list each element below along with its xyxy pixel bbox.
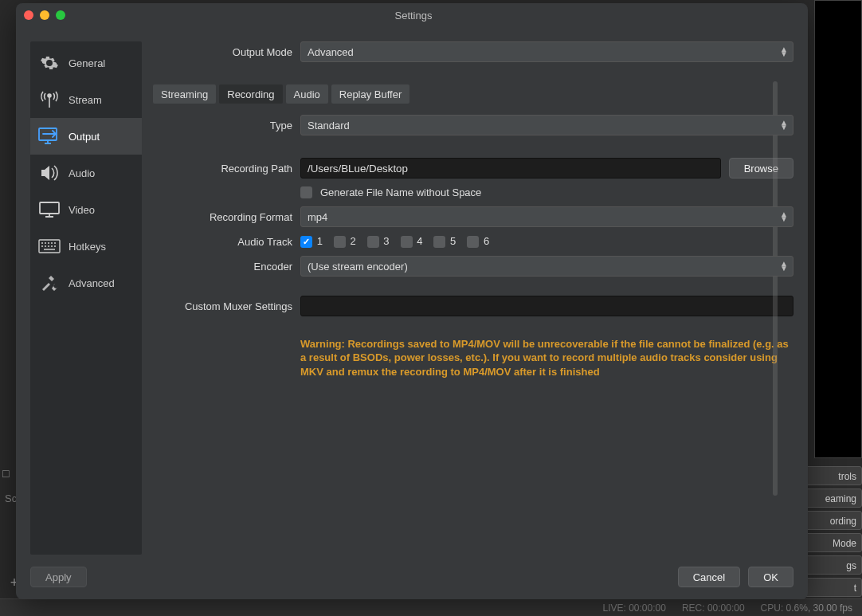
tab-streaming[interactable]: Streaming <box>153 84 216 104</box>
sidebar-item-audio[interactable]: Audio <box>30 155 142 191</box>
scrollbar[interactable] <box>773 81 778 496</box>
encoder-value: (Use stream encoder) <box>308 261 408 273</box>
warning-mp4: Warning: Recordings saved to MP4/MOV wil… <box>300 337 793 379</box>
muxer-input[interactable] <box>300 296 793 316</box>
recording-format-select[interactable]: mp4 ▲▼ <box>300 206 793 227</box>
recording-format-label: Recording Format <box>153 211 292 223</box>
type-select[interactable]: Standard ▲▼ <box>300 115 793 135</box>
tools-icon <box>38 273 61 292</box>
encoder-select[interactable]: (Use stream encoder) ▲▼ <box>300 256 793 277</box>
muxer-label: Custom Muxer Settings <box>153 300 292 312</box>
track-1-label: 1 <box>317 235 323 247</box>
audio-track-label: Audio Track <box>153 236 292 248</box>
apply-button[interactable]: Apply <box>30 567 87 587</box>
sidebar-item-label: Stream <box>69 94 102 106</box>
antenna-icon <box>38 90 61 109</box>
sidebar-item-advanced[interactable]: Advanced <box>30 265 142 301</box>
sidebar-item-label: Output <box>69 131 100 143</box>
speaker-icon <box>38 163 61 182</box>
generate-filename-checkbox[interactable] <box>300 186 312 198</box>
sidebar-item-stream[interactable]: Stream <box>30 81 142 118</box>
chevron-updown-icon: ▲▼ <box>780 120 788 130</box>
status-rec: REC: 00:00:00 <box>682 602 745 614</box>
titlebar: Settings <box>16 3 808 27</box>
type-value: Standard <box>308 120 350 131</box>
content-panel: Output Mode Advanced ▲▼ Streaming Record… <box>153 41 793 555</box>
window-title: Settings <box>27 10 800 22</box>
chevron-updown-icon: ▲▼ <box>780 261 788 271</box>
dialog-footer: Apply Cancel OK <box>16 555 808 599</box>
encoder-label: Encoder <box>153 261 292 273</box>
output-mode-select[interactable]: Advanced ▲▼ <box>300 41 793 62</box>
track-4-label: 4 <box>417 235 422 247</box>
output-mode-label: Output Mode <box>153 46 292 58</box>
browse-button[interactable]: Browse <box>729 158 793 179</box>
sidebar-item-hotkeys[interactable]: Hotkeys <box>30 228 142 265</box>
sidebar-item-label: General <box>69 57 105 69</box>
track-3-checkbox[interactable] <box>367 236 379 248</box>
tab-recording[interactable]: Recording <box>219 84 282 104</box>
track-1-checkbox[interactable] <box>300 236 312 248</box>
chevron-updown-icon: ▲▼ <box>780 212 788 222</box>
svg-rect-2 <box>40 202 59 214</box>
svg-point-0 <box>48 94 51 97</box>
track-6-checkbox[interactable] <box>467 236 479 248</box>
output-tabs: Streaming Recording Audio Replay Buffer <box>153 84 793 104</box>
track-5-checkbox[interactable] <box>433 236 445 248</box>
track-2-checkbox[interactable] <box>334 236 346 248</box>
output-mode-value: Advanced <box>308 46 354 58</box>
monitor-arrow-icon <box>38 127 61 146</box>
sidebar-item-label: Video <box>69 204 95 216</box>
ok-button[interactable]: OK <box>748 567 793 587</box>
cancel-button[interactable]: Cancel <box>678 567 740 587</box>
sidebar-item-label: Hotkeys <box>69 241 106 253</box>
monitor-icon <box>38 200 61 219</box>
chevron-updown-icon: ▲▼ <box>780 47 788 57</box>
track-5-label: 5 <box>450 235 456 247</box>
sidebar-item-video[interactable]: Video <box>30 191 142 228</box>
dock-icon: ☐ <box>2 469 13 480</box>
status-live: LIVE: 00:00:00 <box>602 602 665 614</box>
sidebar-item-output[interactable]: Output <box>30 118 142 155</box>
track-2-label: 2 <box>350 235 355 247</box>
sidebar-item-label: Audio <box>69 167 95 179</box>
scenes-label: Sc <box>5 492 17 504</box>
track-6-label: 6 <box>484 235 489 247</box>
sidebar: General Stream Output Audio Video Hotkey… <box>30 41 142 555</box>
status-cpu: CPU: 0.6%, 30.00 fps <box>761 602 852 614</box>
status-bar: LIVE: 00:00:00 REC: 00:00:00 CPU: 0.6%, … <box>0 598 862 616</box>
track-3-label: 3 <box>383 235 389 247</box>
generate-filename-label: Generate File Name without Space <box>320 186 481 198</box>
preview-panel <box>814 0 862 458</box>
tab-audio[interactable]: Audio <box>286 84 328 104</box>
track-4-checkbox[interactable] <box>401 236 413 248</box>
sidebar-item-label: Advanced <box>69 277 115 289</box>
gear-icon <box>38 53 61 73</box>
recording-path-label: Recording Path <box>153 163 292 175</box>
warning-pause: Warning: Recordings cannot be paused if … <box>300 324 793 326</box>
recording-path-input[interactable] <box>300 158 721 179</box>
settings-window: Settings General Stream Output Audio Vid <box>16 3 808 599</box>
recording-format-value: mp4 <box>308 211 327 223</box>
sidebar-item-general[interactable]: General <box>30 45 142 81</box>
type-label: Type <box>153 120 292 131</box>
keyboard-icon <box>38 237 61 256</box>
tab-replay-buffer[interactable]: Replay Buffer <box>331 84 410 104</box>
